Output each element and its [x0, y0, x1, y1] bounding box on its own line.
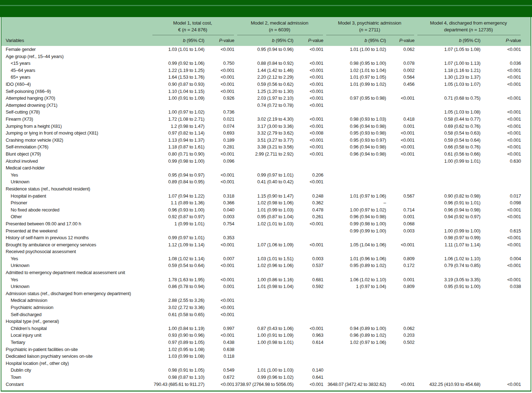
spacer — [522, 255, 531, 262]
m2-p-value: <0.008 — [294, 130, 324, 137]
variable-label: Crashing motor vehicle (X82) — [1, 137, 150, 144]
m3-b-value: 0.95 (0.89 to 1.02) — [324, 262, 387, 269]
m1-p-value: 0.281 — [205, 143, 235, 151]
m2-p-value: <0.001 — [294, 178, 324, 185]
variable-label: Psychiatric admission — [1, 304, 150, 311]
m4-b-value: 0.94 (0.92 to 0.97) — [415, 213, 481, 220]
variable-label: Constant — [1, 381, 150, 388]
m2-b-value: 1.02 (0.96 to 1.06) — [235, 262, 294, 269]
m1-p-value: 0.189 — [205, 137, 235, 144]
m4-b-value — [415, 185, 481, 193]
spacer — [522, 67, 531, 74]
m2-p-value — [294, 227, 324, 234]
m4-b-value: 0.61 (0.56 to 0.66) — [415, 151, 481, 158]
table-row: Admitted to emergency department medical… — [1, 269, 531, 276]
m2-b-value: 0.99 (0.96 to 1.02) — [235, 374, 294, 381]
m2-p-value: <0.001 — [294, 381, 324, 388]
spacer — [522, 171, 531, 178]
variable-label: Female gender — [1, 46, 150, 53]
spacer — [522, 262, 531, 269]
m4-b-value — [415, 318, 481, 325]
m2-p-value: <0.001 — [294, 88, 324, 95]
m3-p-value — [387, 318, 415, 325]
m2-b-value: 0.41 (0.40 to 0.42) — [235, 178, 294, 185]
spacer — [522, 116, 531, 123]
table-row: Jumping from a height (X81) 1.2 (0.98 to… — [1, 122, 531, 130]
spacer — [522, 290, 531, 297]
m1-b-value: 0.97 (0.89 to 1.05) — [150, 339, 205, 346]
table-row: Yes 1.08 (1.02 to 1.14) 0.007 1.03 (1.01… — [1, 255, 531, 262]
spacer — [522, 325, 531, 332]
spacer — [522, 332, 531, 339]
variable-label: Yes — [1, 171, 150, 178]
m4-p-value: <0.001 — [481, 262, 522, 269]
m2-p-value: 0.003 — [294, 255, 324, 262]
variable-label: Hospital in-patient — [1, 192, 150, 199]
m1-p-value: 0.638 — [205, 346, 235, 353]
m3-b-value: – — [324, 199, 387, 206]
m4-b-value: 1.00 (0.99 to 1.01) — [415, 157, 481, 164]
m2-p-value: 0.140 — [294, 367, 324, 374]
table-row: Local injury unit 0.93 (0.90 to 0.96) <0… — [1, 332, 531, 339]
m1-p-value: 0.318 — [205, 192, 235, 199]
m1-b-value: 1.78 (1.63 to 1.95) — [150, 276, 205, 283]
m1-b-value: 1.00 (0.84 to 1.19) — [150, 325, 205, 332]
table-row: Self-discharged 0.61 (0.58 to 0.65) <0.0… — [1, 311, 531, 318]
m4-b-value: 0.66 (0.58 to 0.76) — [415, 143, 481, 151]
variable-label: Unknown — [1, 262, 150, 269]
m2-b-value — [235, 346, 294, 353]
m3-b-value — [324, 185, 387, 193]
m4-b-value: 0.98 (0.97 to 0.99) — [415, 234, 481, 241]
m1-b-value: 1.03 (0.99 to 1.08) — [150, 353, 205, 360]
m2-p-value: <0.001 — [294, 325, 324, 332]
m3-b-value — [324, 360, 387, 367]
m1-b-value: 0.98 (0.91 to 1.05) — [150, 367, 205, 374]
m4-p-value — [481, 367, 522, 374]
m2-b-value — [235, 109, 294, 116]
m1-b-value: 0.96 (0.93 to 1.00) — [150, 206, 205, 213]
spacer — [522, 367, 531, 374]
m3-p-value: 0.001 — [387, 213, 415, 220]
m1-p-value: <0.001 — [205, 81, 235, 88]
m2-b-value: 0.95 (0.94 to 0.96) — [235, 46, 294, 53]
m1-b-value: 3.02 (2.72 to 3.36) — [150, 304, 205, 311]
m2-b-value — [235, 360, 294, 367]
m1-b-value — [150, 227, 205, 234]
m2-p-value — [294, 269, 324, 276]
m3-p-value — [387, 367, 415, 374]
m4-b-value: 1.30 (1.23 to 1.37) — [415, 74, 481, 81]
m3-p-value: <0.001 — [387, 95, 415, 102]
m3-b-header: b (95% CI) — [324, 35, 387, 46]
spacer — [522, 17, 531, 35]
variable-label: Admitted to emergency department medical… — [1, 269, 150, 276]
m4-p-value — [481, 360, 522, 367]
spacer — [522, 213, 531, 220]
spacer — [522, 241, 531, 248]
m1-b-value: 0.97 (0.82 to 1.14) — [150, 130, 205, 137]
spacer — [522, 81, 531, 88]
m2-p-value — [294, 157, 324, 164]
m2-p-value — [294, 109, 324, 116]
table-row: Age group (ref., 15–44 years) — [1, 53, 531, 60]
model-2-header: Model 2, medical admission(n = 6039) — [235, 17, 324, 35]
m3-p-value: <0.001 — [387, 151, 415, 158]
m2-b-value: 1.25 (1.20 to 1.30) — [235, 88, 294, 95]
spacer — [522, 227, 531, 234]
m2-p-value — [294, 53, 324, 60]
m3-b-value — [324, 53, 387, 60]
m2-b-value: 3.38 (3.21 to 3.56) — [235, 143, 294, 151]
table-row: Dublin city 0.98 (0.91 to 1.05) 0.549 1.… — [1, 367, 531, 374]
m2-b-value: 1.02 (1.01 to 1.03) — [235, 220, 294, 227]
variable-label: Presented at the weekend — [1, 227, 150, 234]
m4-p-value: <0.001 — [481, 381, 522, 388]
m2-p-value: 0.478 — [294, 206, 324, 213]
m3-p-value: 0.001 — [387, 276, 415, 283]
m3-p-value: <0.001 — [387, 137, 415, 144]
m1-b-value: 1.03 (1.01 to 1.04) — [150, 46, 205, 53]
m3-p-value: 0.062 — [387, 325, 415, 332]
m2-p-value — [294, 353, 324, 360]
m3-p-value: 0.456 — [387, 81, 415, 88]
variable-label: Local injury unit — [1, 332, 150, 339]
m1-p-value: 0.736 — [205, 109, 235, 116]
table-row: Tertiary 0.97 (0.89 to 1.05) 0.438 1.00 … — [1, 339, 531, 346]
